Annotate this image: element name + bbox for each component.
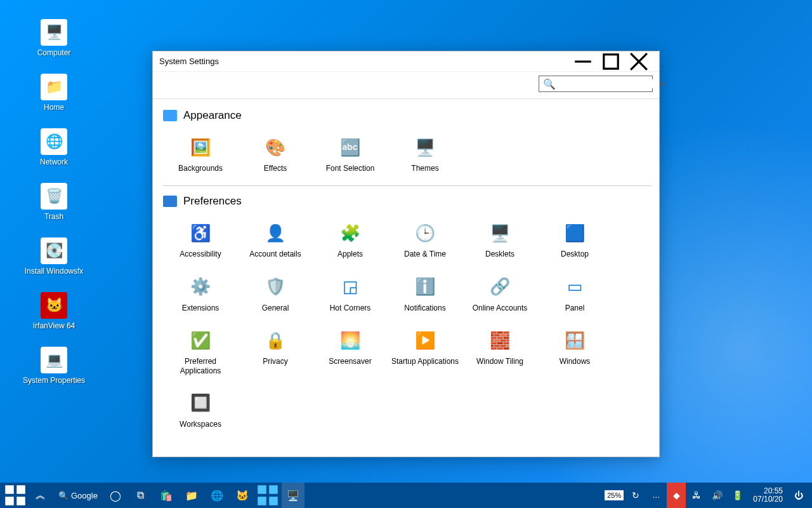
system-settings-window: System Settings 🔍 ✕ Appearance 🖼️Backgro… bbox=[152, 51, 660, 457]
hot-corners-icon: ◲ bbox=[337, 274, 363, 300]
item-label: Startup Applications bbox=[391, 357, 459, 366]
toolbar: 🔍 ✕ bbox=[153, 72, 659, 99]
titlebar[interactable]: System Settings bbox=[153, 51, 659, 72]
item-accessibility[interactable]: ♿Accessibility bbox=[163, 214, 238, 267]
item-applets[interactable]: 🧩Applets bbox=[313, 214, 388, 267]
desklets-icon: 🖥️ bbox=[487, 220, 513, 246]
close-button[interactable] bbox=[625, 51, 653, 72]
windows-icon: 🪟 bbox=[562, 328, 587, 353]
tray-update-icon[interactable]: ↻ bbox=[626, 483, 645, 508]
search-input[interactable] bbox=[560, 79, 655, 88]
desktop-label: Home bbox=[44, 103, 64, 112]
svg-rect-11 bbox=[269, 497, 278, 505]
item-hot-corners[interactable]: ◲Hot Corners bbox=[313, 268, 388, 321]
item-panel[interactable]: ▭Panel bbox=[537, 268, 612, 321]
taskbar: ︽ 🔍Google ◯ ⧉ 🛍️ 📁 🌐 🐱 🖥️ 25% ↻ … ◆ 🖧 🔊 … bbox=[0, 483, 812, 508]
item-extensions[interactable]: ⚙️Extensions bbox=[163, 268, 238, 321]
desktop-icon-computer[interactable]: 🖥️ Computer bbox=[13, 19, 95, 57]
item-label: Desklets bbox=[485, 250, 514, 258]
general-icon: 🛡️ bbox=[263, 274, 288, 300]
item-desklets[interactable]: 🖥️Desklets bbox=[462, 214, 537, 267]
irfanview-icon: 🐱 bbox=[236, 490, 249, 502]
item-window-tiling[interactable]: 🧱Window Tiling bbox=[462, 321, 537, 384]
task-view-button[interactable]: ⧉ bbox=[129, 483, 152, 508]
item-notifications[interactable]: ℹ️Notifications bbox=[388, 268, 462, 321]
tray-anydesk-icon[interactable]: ◆ bbox=[667, 483, 686, 508]
svg-rect-1 bbox=[604, 54, 618, 68]
taskbar-app-files[interactable]: 📁 bbox=[180, 483, 203, 508]
minimize-button[interactable] bbox=[569, 51, 597, 72]
desktop-icon-home[interactable]: 📁 Home bbox=[13, 74, 95, 112]
taskbar-app-store[interactable]: 🛍️ bbox=[155, 483, 178, 508]
section-appearance-header: Appearance bbox=[163, 109, 657, 122]
notifications-icon: ℹ️ bbox=[412, 274, 438, 300]
search-box[interactable]: 🔍 ✕ bbox=[539, 76, 653, 92]
desktop-icon-install-windowsfx[interactable]: 💽 Install Windowsfx bbox=[13, 237, 95, 276]
item-effects[interactable]: 🎨Effects bbox=[238, 128, 313, 182]
network-icon: 🌐 bbox=[41, 128, 67, 155]
chevron-up-icon: ︽ bbox=[36, 489, 46, 502]
chrome-icon: 🌐 bbox=[211, 490, 223, 502]
battery-percent[interactable]: 25% bbox=[605, 490, 624, 500]
item-desktop[interactable]: 🟦Desktop bbox=[537, 214, 612, 267]
desktop-icons: 🖥️ Computer 📁 Home 🌐 Network 🗑️ Trash 💽 … bbox=[13, 19, 95, 401]
desktop-icon-trash[interactable]: 🗑️ Trash bbox=[13, 183, 95, 221]
item-label: Online Accounts bbox=[473, 304, 528, 312]
item-label: Desktop bbox=[561, 250, 589, 258]
item-startup-applications[interactable]: ▶️Startup Applications bbox=[388, 321, 462, 384]
start-button[interactable] bbox=[4, 483, 27, 508]
power-button[interactable]: ⏻ bbox=[789, 483, 808, 508]
taskbar-app-chrome[interactable]: 🌐 bbox=[206, 483, 228, 508]
item-font-selection[interactable]: 🔤Font Selection bbox=[313, 128, 388, 182]
show-desktop-button[interactable]: ︽ bbox=[29, 483, 52, 508]
effects-icon: 🎨 bbox=[263, 135, 288, 160]
item-label: General bbox=[262, 304, 289, 312]
item-screensaver[interactable]: 🌅Screensaver bbox=[313, 321, 388, 384]
themes-icon: 🖥️ bbox=[412, 135, 438, 160]
account-icon: 👤 bbox=[263, 220, 288, 246]
item-label: Hot Corners bbox=[330, 304, 371, 312]
clock-icon: 🕒 bbox=[412, 220, 438, 246]
appearance-grid: 🖼️Backgrounds 🎨Effects 🔤Font Selection 🖥… bbox=[163, 128, 657, 182]
item-backgrounds[interactable]: 🖼️Backgrounds bbox=[163, 128, 238, 182]
item-privacy[interactable]: 🔒Privacy bbox=[238, 321, 313, 384]
item-windows[interactable]: 🪟Windows bbox=[537, 321, 612, 384]
cortana-button[interactable]: ◯ bbox=[104, 483, 127, 508]
taskbar-app-irfanview[interactable]: 🐱 bbox=[231, 483, 254, 508]
item-themes[interactable]: 🖥️Themes bbox=[388, 128, 462, 182]
item-online-accounts[interactable]: 🔗Online Accounts bbox=[462, 268, 537, 321]
taskbar-clock[interactable]: 20:55 07/10/20 bbox=[748, 487, 788, 504]
window-body[interactable]: Appearance 🖼️Backgrounds 🎨Effects 🔤Font … bbox=[153, 99, 659, 457]
clear-search-button[interactable]: ✕ bbox=[658, 79, 665, 89]
tray-network-icon[interactable]: 🖧 bbox=[687, 483, 706, 508]
tray-battery-icon[interactable]: 🔋 bbox=[728, 483, 747, 508]
svg-rect-7 bbox=[16, 497, 25, 505]
desktop-label: Computer bbox=[37, 48, 71, 57]
taskbar-search[interactable]: 🔍Google bbox=[55, 491, 102, 500]
desktop-icon-system-properties[interactable]: 💻 System Properties bbox=[13, 347, 95, 385]
tray-overflow-icon[interactable]: … bbox=[646, 483, 665, 508]
maximize-button[interactable] bbox=[597, 51, 625, 72]
svg-rect-9 bbox=[269, 485, 278, 494]
taskbar-app-windowsfx[interactable] bbox=[256, 483, 279, 508]
item-preferred-applications[interactable]: ✅Preferred Applications bbox=[163, 321, 238, 384]
disk-icon: 💽 bbox=[41, 237, 67, 264]
item-label: Workspaces bbox=[180, 420, 221, 429]
search-icon: 🔍 bbox=[58, 491, 69, 500]
item-account-details[interactable]: 👤Account details bbox=[238, 214, 313, 267]
desktop-icon-irfanview[interactable]: 🐱 IrfanView 64 bbox=[13, 292, 95, 330]
privacy-icon: 🔒 bbox=[263, 328, 288, 353]
item-label: Window Tiling bbox=[476, 357, 523, 366]
item-workspaces[interactable]: 🔲Workspaces bbox=[163, 384, 238, 438]
system-properties-icon: 💻 bbox=[41, 347, 67, 373]
desktop-icon-network[interactable]: 🌐 Network bbox=[13, 128, 95, 166]
item-date-time[interactable]: 🕒Date & Time bbox=[388, 214, 462, 267]
taskbar-app-system-settings[interactable]: 🖥️ bbox=[282, 483, 304, 508]
item-label: Backgrounds bbox=[178, 164, 223, 173]
item-general[interactable]: 🛡️General bbox=[238, 268, 313, 321]
tray-volume-icon[interactable]: 🔊 bbox=[707, 483, 726, 508]
folder-icon: 📁 bbox=[185, 490, 198, 502]
desktop-label: Trash bbox=[44, 212, 63, 221]
item-label: Date & Time bbox=[404, 250, 446, 258]
item-label: Preferred Applications bbox=[166, 357, 235, 375]
